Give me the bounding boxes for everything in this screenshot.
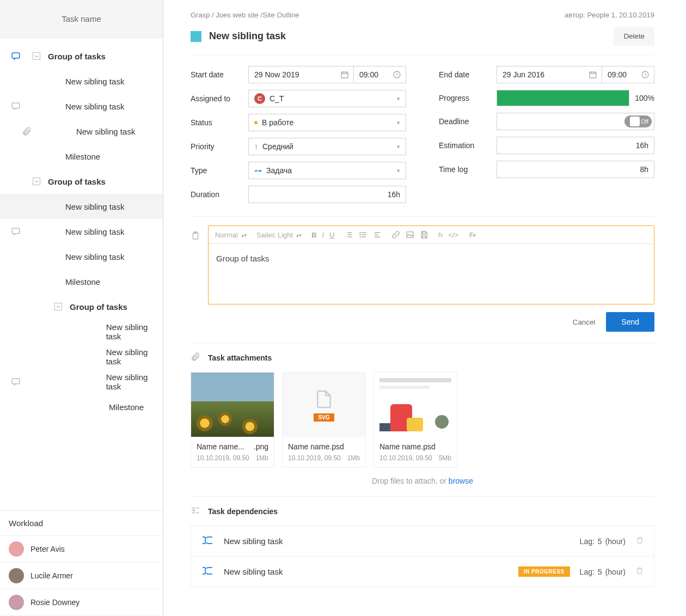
image-icon[interactable]: [406, 230, 414, 239]
attachment-date: 10.10.2019, 09.50: [288, 454, 341, 462]
start-date-input[interactable]: 29 Now 2019: [248, 66, 354, 83]
list-bullet-icon[interactable]: [359, 230, 367, 239]
duration-input[interactable]: 16h: [248, 186, 406, 203]
link-icon[interactable]: [391, 230, 400, 239]
tree-item[interactable]: New sibling task: [0, 69, 163, 94]
tree-group[interactable]: −Group of tasks: [0, 44, 163, 69]
task-tree: −Group of tasksNew sibling taskNew sibli…: [0, 38, 163, 510]
dependency-row[interactable]: New sibling taskIN PROGRESSLag: 5 (hour): [191, 557, 654, 587]
align-icon[interactable]: [373, 230, 382, 239]
assigned-select[interactable]: C C_T ▾: [248, 90, 406, 107]
clock-icon: [641, 70, 650, 79]
collapse-icon[interactable]: −: [33, 52, 40, 60]
end-date-input[interactable]: 29 Jun 2016: [497, 66, 602, 83]
status-select[interactable]: В работе ▾: [248, 114, 406, 131]
tree-item[interactable]: Milestone: [0, 394, 163, 419]
tree-item[interactable]: New sibling task: [0, 94, 163, 119]
tree-item[interactable]: New sibling task: [0, 319, 163, 344]
clear-format-icon[interactable]: Tx: [468, 231, 475, 239]
tree-item[interactable]: New sibling task: [0, 369, 163, 394]
dependencies-header: Task dependencies: [208, 507, 278, 516]
end-time-input[interactable]: 09:00: [602, 66, 654, 83]
collapse-icon[interactable]: −: [33, 178, 40, 185]
attachment-name: Name name.psd: [379, 442, 436, 451]
workload-row[interactable]: Lucile Armer: [0, 563, 163, 589]
breadcrumb[interactable]: Grasp / Joes web site /Site Outline: [191, 11, 299, 19]
deadline-field[interactable]: Off: [497, 113, 654, 130]
tree-item[interactable]: New sibling task: [0, 119, 163, 144]
assignee-badge: C: [254, 93, 265, 104]
tree-label: New sibling task: [106, 322, 163, 341]
tree-label: Group of tasks: [48, 177, 106, 186]
calendar-icon: [340, 70, 349, 79]
dependency-row[interactable]: New sibling taskLag: 5 (hour): [191, 526, 654, 557]
tree-item[interactable]: New sibling task: [0, 194, 163, 219]
timelog-input[interactable]: 8h: [497, 161, 654, 178]
delete-button[interactable]: Delete: [614, 27, 654, 46]
attachment-thumb: [374, 373, 457, 437]
dependencies-icon: [191, 505, 200, 517]
dependency-status-badge: IN PROGRESS: [518, 566, 570, 577]
attachment-thumb: SVG: [283, 373, 365, 437]
bold-icon[interactable]: B: [311, 231, 316, 239]
tree-label: New sibling task: [65, 102, 124, 111]
attachment-card[interactable]: SVGName name.psd10.10.2019, 09.501Mb: [282, 372, 366, 468]
tree-group[interactable]: −Group of tasks: [0, 169, 163, 194]
tree-label: New sibling task: [106, 347, 163, 366]
priority-label: Priority: [191, 142, 240, 151]
progress-label: Progress: [439, 94, 488, 102]
tree-item[interactable]: New sibling task: [0, 344, 163, 369]
workload-section: Workload Peter AvisLucile ArmerRosie Dow…: [0, 510, 163, 616]
svg-rect-1: [12, 103, 20, 108]
formula-icon[interactable]: fx: [438, 231, 443, 239]
timelog-label: Time log: [439, 165, 488, 174]
progress-bar[interactable]: [497, 90, 629, 106]
attachment-card[interactable]: Name name....png10.10.2019, 09.501Mb: [191, 372, 274, 468]
deadline-toggle[interactable]: Off: [624, 115, 652, 127]
lag-value: 5: [598, 537, 602, 546]
dependency-icon: [201, 534, 214, 548]
italic-icon[interactable]: I: [322, 231, 324, 239]
workload-row[interactable]: Rosie Downey: [0, 589, 163, 616]
tree-item[interactable]: Milestone: [0, 144, 163, 169]
lag-value: 5: [598, 568, 602, 576]
cancel-button[interactable]: Cancel: [573, 318, 596, 326]
browse-link[interactable]: browse: [449, 477, 473, 485]
attachment-card[interactable]: Name name.psd10.10.2019, 09.505Mb: [373, 372, 457, 468]
delete-dependency-icon[interactable]: [635, 566, 644, 577]
task-color-chip[interactable]: [191, 31, 201, 42]
person-name: Peter Avis: [30, 545, 65, 553]
font-select[interactable]: Sailec Light▴▾: [256, 231, 302, 239]
tree-item[interactable]: New sibling task: [0, 244, 163, 269]
estimation-input[interactable]: 16h: [497, 137, 654, 154]
workload-header: Workload: [0, 511, 163, 536]
type-select[interactable]: ⊶ Задача ▾: [248, 162, 406, 179]
priority-select[interactable]: ↑ Средний ▾: [248, 138, 406, 155]
avatar: [9, 595, 24, 610]
attachment-date: 10.10.2019, 09.50: [379, 454, 432, 462]
workload-row[interactable]: Peter Avis: [0, 536, 163, 563]
avatar: [9, 568, 24, 583]
tree-item[interactable]: Milestone: [0, 269, 163, 294]
delete-dependency-icon[interactable]: [635, 536, 644, 546]
list-ordered-icon[interactable]: [345, 230, 353, 239]
code-icon[interactable]: </>: [449, 231, 459, 239]
attachment-name: Name name...: [197, 442, 244, 451]
clipboard-icon: [191, 231, 200, 242]
collapse-icon[interactable]: −: [54, 303, 62, 310]
tree-group[interactable]: −Group of tasks: [0, 294, 163, 319]
underline-icon[interactable]: U: [329, 231, 334, 239]
lag-unit: (hour): [605, 537, 626, 546]
duration-label: Duration: [191, 190, 240, 199]
tree-label: New sibling task: [106, 373, 163, 391]
person-name: Lucile Armer: [30, 571, 73, 580]
editor-body[interactable]: Group of tasks: [209, 244, 654, 304]
save-icon[interactable]: [420, 230, 428, 239]
editor-toolbar: Normal▴▾ Sailec Light▴▾ B I U: [209, 226, 654, 244]
send-button[interactable]: Send: [606, 312, 654, 332]
task-title: New sibling task: [209, 31, 606, 42]
style-select[interactable]: Normal▴▾: [215, 231, 247, 239]
tree-label: Milestone: [109, 402, 144, 412]
start-time-input[interactable]: 09:00: [354, 66, 406, 83]
tree-item[interactable]: New sibling task: [0, 219, 163, 244]
